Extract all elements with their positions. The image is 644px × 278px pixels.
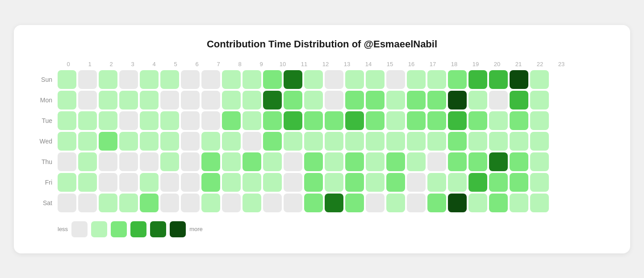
grid-cell[interactable] [510,194,528,212]
grid-cell[interactable] [284,132,302,151]
grid-cell[interactable] [468,173,487,192]
grid-cell[interactable] [222,132,241,151]
grid-cell[interactable] [386,70,405,89]
grid-cell[interactable] [160,132,179,151]
grid-cell[interactable] [448,173,467,192]
grid-cell[interactable] [284,173,302,192]
grid-cell[interactable] [427,152,446,171]
grid-cell[interactable] [468,70,487,89]
grid-cell[interactable] [325,132,343,151]
grid-cell[interactable] [78,173,97,192]
grid-cell[interactable] [510,173,528,192]
grid-cell[interactable] [510,70,528,89]
grid-cell[interactable] [386,91,405,110]
grid-cell[interactable] [243,194,261,212]
grid-cell[interactable] [366,91,385,110]
grid-cell[interactable] [489,152,508,171]
grid-cell[interactable] [468,152,487,171]
grid-cell[interactable] [325,70,343,89]
grid-cell[interactable] [99,132,117,151]
grid-cell[interactable] [181,91,200,110]
grid-cell[interactable] [119,70,138,89]
grid-cell[interactable] [386,152,405,171]
grid-cell[interactable] [530,152,549,171]
grid-cell[interactable] [243,152,261,171]
grid-cell[interactable] [366,194,385,212]
grid-cell[interactable] [140,91,159,110]
grid-cell[interactable] [489,111,508,130]
grid-cell[interactable] [222,173,241,192]
grid-cell[interactable] [448,70,467,89]
grid-cell[interactable] [263,91,282,110]
grid-cell[interactable] [243,91,261,110]
grid-cell[interactable] [181,152,200,171]
grid-cell[interactable] [304,152,323,171]
grid-cell[interactable] [489,173,508,192]
grid-cell[interactable] [468,91,487,110]
grid-cell[interactable] [181,194,200,212]
grid-cell[interactable] [140,111,159,130]
grid-cell[interactable] [325,173,343,192]
grid-cell[interactable] [448,91,467,110]
grid-cell[interactable] [427,91,446,110]
grid-cell[interactable] [160,152,179,171]
grid-cell[interactable] [263,111,282,130]
grid-cell[interactable] [448,111,467,130]
grid-cell[interactable] [304,91,323,110]
grid-cell[interactable] [510,132,528,151]
grid-cell[interactable] [263,194,282,212]
grid-cell[interactable] [58,152,76,171]
grid-cell[interactable] [160,194,179,212]
grid-cell[interactable] [140,173,159,192]
grid-cell[interactable] [304,132,323,151]
grid-cell[interactable] [366,152,385,171]
grid-cell[interactable] [78,132,97,151]
grid-cell[interactable] [99,152,117,171]
grid-cell[interactable] [530,173,549,192]
grid-cell[interactable] [366,111,385,130]
grid-cell[interactable] [448,152,467,171]
grid-cell[interactable] [366,132,385,151]
grid-cell[interactable] [201,111,220,130]
grid-cell[interactable] [427,70,446,89]
grid-cell[interactable] [140,70,159,89]
grid-cell[interactable] [284,91,302,110]
grid-cell[interactable] [345,194,364,212]
grid-cell[interactable] [530,132,549,151]
grid-cell[interactable] [119,173,138,192]
grid-cell[interactable] [530,70,549,89]
grid-cell[interactable] [263,132,282,151]
grid-cell[interactable] [78,152,97,171]
grid-cell[interactable] [489,194,508,212]
grid-cell[interactable] [345,91,364,110]
grid-cell[interactable] [243,173,261,192]
grid-cell[interactable] [407,132,426,151]
grid-cell[interactable] [243,70,261,89]
grid-cell[interactable] [243,111,261,130]
grid-cell[interactable] [58,91,76,110]
grid-cell[interactable] [325,194,343,212]
grid-cell[interactable] [140,152,159,171]
grid-cell[interactable] [160,70,179,89]
grid-cell[interactable] [510,111,528,130]
grid-cell[interactable] [201,91,220,110]
grid-cell[interactable] [304,70,323,89]
grid-cell[interactable] [284,111,302,130]
grid-cell[interactable] [119,91,138,110]
grid-cell[interactable] [181,173,200,192]
grid-cell[interactable] [407,152,426,171]
grid-cell[interactable] [386,111,405,130]
grid-cell[interactable] [140,194,159,212]
grid-cell[interactable] [366,70,385,89]
grid-cell[interactable] [99,173,117,192]
grid-cell[interactable] [222,91,241,110]
grid-cell[interactable] [427,111,446,130]
grid-cell[interactable] [119,132,138,151]
grid-cell[interactable] [345,152,364,171]
grid-cell[interactable] [530,91,549,110]
grid-cell[interactable] [284,194,302,212]
grid-cell[interactable] [325,91,343,110]
grid-cell[interactable] [345,132,364,151]
grid-cell[interactable] [304,111,323,130]
grid-cell[interactable] [160,111,179,130]
